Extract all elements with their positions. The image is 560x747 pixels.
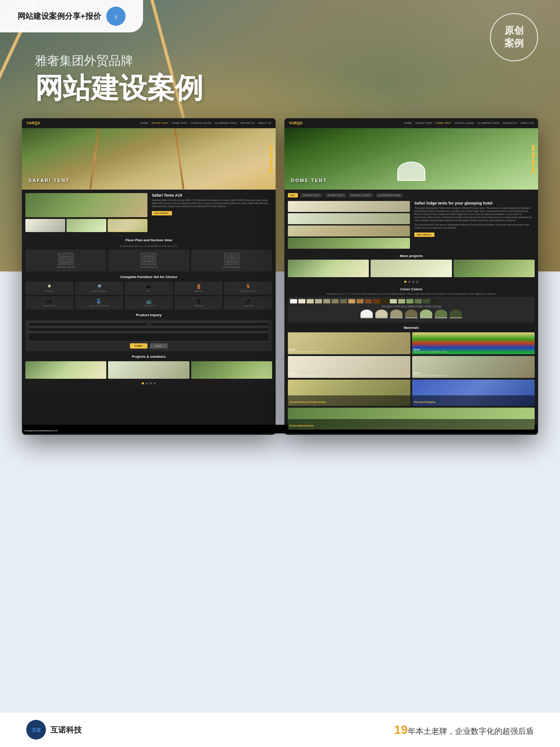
form-row-3 <box>28 333 270 342</box>
rnav-dome[interactable]: DOME TENT <box>436 122 451 124</box>
reset-btn[interactable]: RESET <box>150 343 168 349</box>
swatch-15[interactable] <box>406 299 413 303</box>
tab-all[interactable]: ALL <box>288 193 298 197</box>
fp-svg-3 <box>226 254 237 263</box>
rdot-3[interactable] <box>532 160 535 166</box>
nav-dome[interactable]: DOME TENT <box>172 122 187 124</box>
rdot-4[interactable] <box>532 167 535 173</box>
footer-company-name: 互诺科技 <box>50 725 82 735</box>
chair-label: Occasional Chair & Table <box>89 305 109 307</box>
mat-3-desc: HIGH QUALITY HOT GALVANIZED STEEL <box>289 374 323 377</box>
thumb-1[interactable] <box>25 219 65 232</box>
rdot-1[interactable] <box>532 145 535 151</box>
nightstand-icon: 🗄 <box>196 299 201 304</box>
tab-lodge[interactable]: SAFARI LODGE <box>349 193 373 197</box>
rdot-2[interactable] <box>532 152 535 159</box>
tab-glamping[interactable]: GLAMPING PODS <box>376 193 403 197</box>
footer-svg-logo: 互诺 <box>28 722 44 737</box>
nav-projects[interactable]: PROJECTS <box>240 122 254 124</box>
form-message[interactable] <box>28 333 270 342</box>
left-mockup: YARQS HOME SAFARI TENT DOME TENT CANVAS … <box>22 118 276 435</box>
swatch-11[interactable] <box>373 299 380 303</box>
swatch-16[interactable] <box>415 299 422 303</box>
product-text: Safari Tents A15 Glamping Safari Tent wi… <box>150 193 272 232</box>
dining-icon: 🪑 <box>245 284 251 289</box>
rnav-projects[interactable]: PROJECTS <box>503 122 517 124</box>
nav-lodge[interactable]: CANVAS LODGE <box>191 122 211 124</box>
rpag-2[interactable] <box>408 281 410 283</box>
get-price-btn[interactable]: GET A PRICE › <box>152 211 172 215</box>
swatch-7[interactable] <box>340 299 347 303</box>
lounge-icon: 🏖 <box>246 299 250 304</box>
swatch-5[interactable] <box>323 299 330 303</box>
rpag-3[interactable] <box>412 281 414 283</box>
left-site-logo: YARQS <box>26 121 40 125</box>
swatch-6[interactable] <box>332 299 339 303</box>
dot-1[interactable] <box>270 145 272 151</box>
form-name[interactable] <box>28 322 148 326</box>
tab-safari[interactable]: SAFARI TENT <box>301 193 323 197</box>
thumb-2[interactable] <box>66 219 106 232</box>
rproject-3: 12 Glamping Domes Built Along the Hillsi… <box>454 260 535 277</box>
form-email[interactable] <box>150 322 270 326</box>
submit-btn[interactable]: SUBMIT <box>130 343 147 349</box>
material-extra-grid: Overall Planning & Product design Planni… <box>288 380 535 406</box>
right-site-nav: HOME SAFARI TENT DOME TENT SAFARI LODGE … <box>404 122 534 124</box>
rnav-home[interactable]: HOME <box>404 122 412 124</box>
mat-4-label: Struts HIGH QUALITY HOT GALVANIZED STEEL <box>413 372 447 377</box>
rnav-lodge[interactable]: SAFARI LODGE <box>455 122 474 124</box>
inquiry-form: SUBMIT RESET <box>25 320 272 351</box>
form-row-2 <box>28 328 270 331</box>
swatch-1[interactable] <box>290 299 297 303</box>
tab-dome[interactable]: DOME TENT <box>325 193 346 197</box>
swatch-10[interactable] <box>365 299 372 303</box>
filter-tabs: ALL SAFARI TENT DOME TENT SAFARI LODGE G… <box>288 193 535 197</box>
swatch-12[interactable] <box>382 299 388 303</box>
swatch-4[interactable] <box>315 299 322 303</box>
header-arrow-btn[interactable]: › <box>106 7 126 26</box>
wardrobe-label: Wardrobe <box>195 290 202 292</box>
rpag-4[interactable] <box>416 281 418 283</box>
dot-4[interactable] <box>154 382 156 384</box>
dot-3[interactable] <box>270 160 272 166</box>
swatch-18[interactable] <box>431 299 438 303</box>
dot-4[interactable] <box>270 167 272 173</box>
floor-plan-3: A15 Section View <box>191 250 272 271</box>
rdot-active[interactable] <box>404 281 406 283</box>
nav-about[interactable]: ABOUT US <box>258 122 271 124</box>
material-3: Struts HIGH QUALITY HOT GALVANIZED STEEL <box>288 356 410 378</box>
swatch-14[interactable] <box>398 299 405 303</box>
dot-3[interactable] <box>150 382 152 384</box>
swatch-13[interactable] <box>390 299 397 303</box>
right-mockup: YARQS HOME SAFARI TENT DOME TENT SAFARI … <box>284 118 538 435</box>
thumb-3[interactable] <box>108 219 147 232</box>
swatch-9[interactable] <box>357 299 364 303</box>
kitchenette-label: Kitchenette <box>45 290 54 292</box>
right-get-price-btn[interactable]: GET A PRICE › <box>414 233 434 237</box>
dot-active[interactable] <box>142 382 144 384</box>
nav-home[interactable]: HOME <box>140 122 148 124</box>
floor-plan-title: Floor Plan and Section View <box>25 238 272 242</box>
form-country[interactable] <box>28 328 270 331</box>
dot-2[interactable] <box>270 152 272 159</box>
projects-grid: Luxury safari lodge tent in the forest G… <box>25 361 272 379</box>
nav-glamping[interactable]: GLAMPING PODS <box>215 122 237 124</box>
swatch-8[interactable] <box>348 299 355 303</box>
rnav-about[interactable]: ABOUT US <box>520 122 534 124</box>
swatch-17[interactable] <box>423 299 430 303</box>
more-projects-title: More projects <box>288 254 535 258</box>
nav-safari[interactable]: SAFARI TENT <box>151 122 168 124</box>
furniture-wardrobe: 🚪 Wardrobe <box>175 282 223 295</box>
mat-1-desc: HIGH QUALITY HOT GALVANIZED STEEL <box>289 351 323 353</box>
rnav-glamping[interactable]: GLAMPING PODS <box>477 122 499 124</box>
dot-2[interactable] <box>146 382 148 384</box>
footer-slogan: 19年本土老牌，企业数字化的超强后盾 <box>394 723 534 737</box>
rnav-safari[interactable]: SAFARI TENT <box>415 122 432 124</box>
product-image-stack <box>288 201 410 249</box>
furniture-tv: 📺 TV Table & TV <box>125 296 173 310</box>
right-thumb-3 <box>288 226 410 236</box>
fp-shape-1 <box>58 253 74 265</box>
swatch-3[interactable] <box>307 299 314 303</box>
main-title-cn: 网站建设案例 <box>35 73 203 103</box>
swatch-2[interactable] <box>298 299 305 303</box>
